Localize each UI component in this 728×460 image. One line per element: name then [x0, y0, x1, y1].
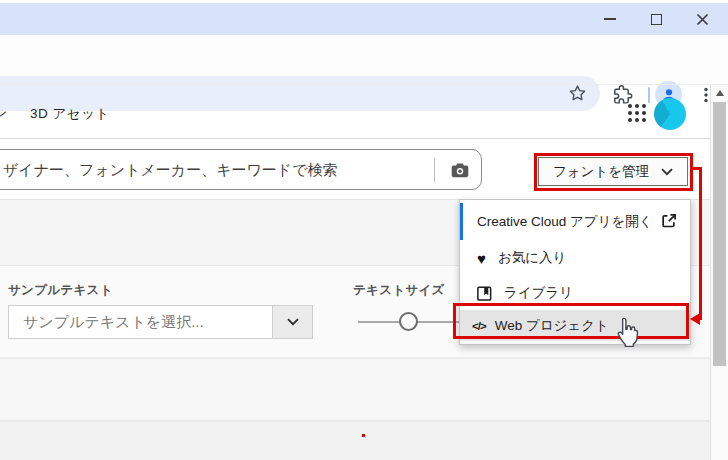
minimize-button[interactable] — [594, 3, 626, 35]
visual-search-button[interactable] — [445, 155, 475, 185]
toolbar-divider — [0, 84, 728, 85]
toolbar-separator — [648, 87, 650, 103]
scrollbar-thumb[interactable] — [713, 102, 726, 366]
menu-item-label: ライブラリ — [504, 284, 573, 302]
search-input[interactable] — [0, 161, 430, 178]
select-chevron-area — [272, 306, 312, 338]
menu-item-label: Creative Cloud アプリを開く — [477, 213, 653, 231]
heart-icon: ♥ — [477, 251, 486, 266]
hand-cursor-icon — [615, 316, 641, 352]
bookmark-star-icon[interactable] — [567, 83, 588, 104]
menu-item-favorites[interactable]: ♥ お気に入り — [460, 240, 690, 276]
font-search-box[interactable] — [0, 149, 482, 190]
annotation-connector-vertical — [699, 167, 702, 320]
text-size-slider-knob[interactable] — [399, 312, 418, 331]
extensions-puzzle-icon — [612, 84, 634, 106]
library-icon — [476, 285, 493, 302]
close-button[interactable] — [686, 3, 718, 35]
close-icon — [696, 13, 709, 26]
external-link-icon — [660, 212, 678, 233]
focus-indicator-bar — [460, 203, 463, 240]
app-window: ン 3D アセット フォントを管理 サンプルテキスト サンプルテキストを選択 — [0, 0, 728, 460]
annotation-box-manage-button — [534, 153, 693, 191]
search-divider — [434, 158, 435, 182]
maximize-icon — [651, 14, 662, 25]
annotation-arrow-left-icon — [690, 313, 700, 325]
scrollbar-up-button[interactable] — [711, 85, 728, 101]
content-band — [0, 359, 710, 420]
page-scrollbar[interactable] — [710, 85, 728, 460]
nav-item-3d-assets[interactable]: 3D アセット — [30, 105, 110, 123]
nav-divider — [0, 138, 710, 139]
menu-item-open-cc-app[interactable]: Creative Cloud アプリを開く — [460, 203, 690, 240]
camera-icon — [449, 159, 471, 181]
apps-grid-icon[interactable] — [628, 104, 646, 122]
minimize-icon — [604, 18, 616, 20]
sample-text-label: サンプルテキスト — [8, 282, 113, 299]
text-size-label: テキストサイズ — [353, 282, 445, 299]
triangle-up-icon — [716, 90, 724, 96]
nav-item-clipped[interactable]: ン — [0, 105, 7, 123]
menu-item-label: お気に入り — [498, 249, 566, 267]
user-avatar[interactable] — [654, 98, 686, 130]
sample-text-select-value: サンプルテキストを選択... — [9, 306, 272, 338]
maximize-button[interactable] — [640, 3, 672, 35]
titlebar — [0, 3, 728, 35]
chevron-down-icon — [287, 318, 299, 326]
stray-red-dot — [362, 434, 365, 437]
browser-toolbar — [0, 35, 728, 84]
sample-text-select[interactable]: サンプルテキストを選択... — [8, 305, 313, 339]
annotation-box-web-projects — [453, 303, 689, 339]
footer-band — [0, 422, 710, 460]
